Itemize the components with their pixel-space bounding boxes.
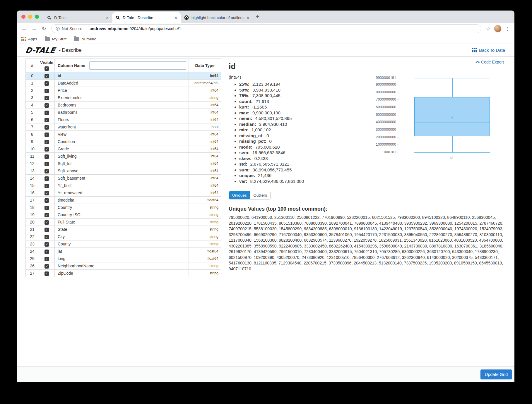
visible-checkbox[interactable]: ✓ [45,213,49,217]
visible-checkbox[interactable]: ✓ [45,228,49,232]
column-name-cell[interactable]: Sqft_above [54,167,189,175]
column-name-cell[interactable]: Sqft_living [54,153,189,160]
column-name-cell[interactable]: Country [54,204,189,211]
table-row[interactable]: 11✓Sqft_livingint64 [26,153,221,160]
close-tab-icon[interactable]: × [247,15,249,20]
table-row[interactable]: 24✓latfloat64 [26,248,221,255]
new-tab-button[interactable]: + [253,13,263,20]
table-row[interactable]: 13✓Sqft_aboveint64 [26,167,221,175]
column-name-cell[interactable]: Exterior color [54,94,189,102]
table-row[interactable]: 6✓Floorsint64 [26,116,221,123]
table-row[interactable]: 16✓Yr_renovatedint64 [26,189,221,197]
visible-checkbox[interactable]: ✓ [45,118,49,122]
column-name-cell[interactable]: View [54,131,189,138]
column-name-cell[interactable]: Bathrooms [54,109,189,116]
table-row[interactable]: 26✓NeighborhoodNamestring [26,262,221,270]
visible-checkbox[interactable]: ✓ [45,125,49,130]
tab-uniques[interactable]: Uniques [229,191,250,199]
visible-checkbox[interactable]: ✓ [45,169,49,173]
visible-checkbox[interactable]: ✓ [45,162,49,166]
close-tab-icon[interactable]: × [175,15,177,20]
visible-checkbox[interactable]: ✓ [45,111,49,115]
bookmark-apps[interactable]: Apps [21,37,37,41]
reload-icon[interactable]: ↻ [40,25,48,32]
back-to-data-button[interactable]: Back To Data [472,48,505,53]
column-name-cell[interactable]: Yr_built [54,182,189,189]
table-row[interactable]: 21✓Statestring [26,226,221,233]
table-row[interactable]: 7✓waterfrontbool [26,123,221,131]
forward-icon[interactable]: → [30,26,38,32]
visible-checkbox[interactable]: ✓ [45,140,49,144]
column-name-cell[interactable]: id [54,72,189,80]
tab-dtale[interactable]: D-Tale × [44,12,112,23]
tab-dtale-describe[interactable]: D-Tale - Describe × [112,12,181,23]
column-name-cell[interactable]: Full-State [54,219,189,226]
visible-checkbox[interactable]: ✓ [45,271,49,276]
bookmark-my-stuff[interactable]: My Stuff [45,37,66,41]
zoom-window-button[interactable] [35,15,39,19]
column-name-cell[interactable]: Floors [54,116,189,123]
visible-checkbox[interactable]: ✓ [45,235,49,239]
column-name-cell[interactable]: Sqft_lot [54,160,189,167]
column-name-cell[interactable]: State [54,226,189,233]
column-name-cell[interactable]: NeighborhoodName [54,262,189,270]
visible-checkbox[interactable]: ✓ [45,198,49,203]
table-row[interactable]: 18✓Countrystring [26,204,221,211]
visible-checkbox[interactable]: ✓ [45,250,49,254]
visible-checkbox[interactable]: ✓ [45,264,49,269]
profile-avatar[interactable] [494,25,502,32]
table-row[interactable]: 23✓Countystring [26,240,221,248]
visible-checkbox[interactable]: ✓ [45,242,49,247]
table-row[interactable]: 19✓Country-ISOstring [26,211,221,219]
select-all-checkbox[interactable]: ✓ [45,66,49,71]
column-name-cell[interactable]: DateAdded [54,80,189,87]
visible-checkbox[interactable]: ✓ [45,176,49,181]
table-row[interactable]: 5✓Bathroomsint64 [26,109,221,116]
table-row[interactable]: 10✓Gradeint64 [26,145,221,153]
table-row[interactable]: 15✓Yr_builtint64 [26,182,221,189]
visible-checkbox[interactable]: ✓ [45,81,49,86]
visible-checkbox[interactable]: ✓ [45,220,49,225]
table-row[interactable]: 4✓Bedroomsint64 [26,102,221,109]
column-name-cell[interactable]: waterfront [54,123,189,131]
table-row[interactable]: 17✓timedeltafloat64 [26,197,221,204]
table-row[interactable]: 27✓ZipCodestring [26,270,221,277]
menu-dots-icon[interactable]: ⋮ [505,26,510,32]
column-filter-input[interactable] [89,61,186,70]
visible-checkbox[interactable]: ✓ [45,103,49,108]
visible-checkbox[interactable]: ✓ [45,96,49,100]
tab-github[interactable]: highlight back color of outliers × [181,12,253,23]
visible-checkbox[interactable]: ✓ [45,74,49,78]
column-name-cell[interactable]: Country-ISO [54,211,189,219]
visible-checkbox[interactable]: ✓ [45,147,49,152]
table-row[interactable]: 8✓Viewint64 [26,131,221,138]
visible-checkbox[interactable]: ✓ [45,191,49,195]
visible-checkbox[interactable]: ✓ [45,154,49,159]
back-icon[interactable]: ← [20,26,28,32]
table-row[interactable]: 2✓Priceint64 [26,87,221,94]
visible-checkbox[interactable]: ✓ [45,257,49,261]
column-name-cell[interactable]: Condition [54,138,189,145]
site-security[interactable]: Not Secure [56,26,86,31]
close-tab-icon[interactable]: × [106,15,109,20]
table-row[interactable]: 12✓Sqft_lotint64 [26,160,221,167]
close-window-button[interactable] [21,15,25,19]
column-name-cell[interactable]: Bedrooms [54,102,189,109]
tab-outliers[interactable]: Outliers [250,191,271,199]
visible-checkbox[interactable]: ✓ [45,89,49,93]
table-row[interactable]: 3✓Exterior colorstring [26,94,221,102]
update-grid-button[interactable]: Update Grid [480,369,512,379]
column-name-cell[interactable]: Grade [54,145,189,153]
visible-checkbox[interactable]: ✓ [45,184,49,188]
column-name-cell[interactable]: Price [54,87,189,94]
column-name-cell[interactable]: Sqft_basement [54,175,189,182]
address-bar[interactable]: Not Secure andrews-mbp.home:9204/dtale/p… [51,24,481,33]
column-name-cell[interactable]: timedelta [54,197,189,204]
visible-checkbox[interactable]: ✓ [45,206,49,210]
column-name-cell[interactable]: lat [54,248,189,255]
code-export-button[interactable]: <> Code Export [475,60,504,64]
column-name-cell[interactable]: Yr_renovated [54,189,189,197]
column-name-cell[interactable]: long [54,255,189,262]
table-row[interactable]: 22✓Citystring [26,233,221,240]
bookmark-star-icon[interactable]: ☆ [486,26,490,32]
